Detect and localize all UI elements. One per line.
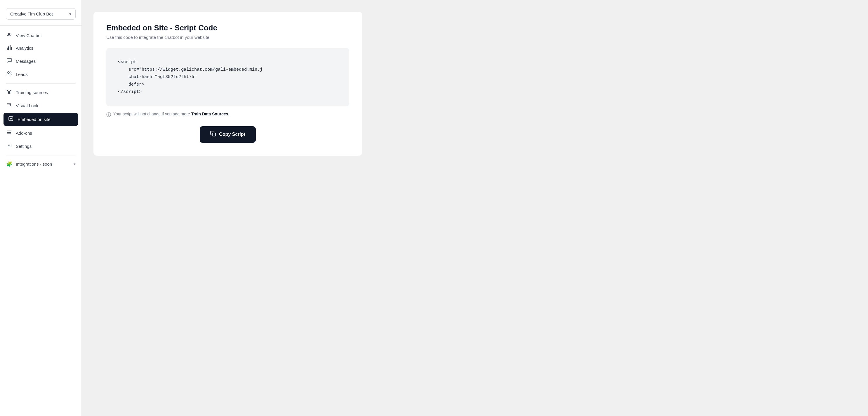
copy-script-button[interactable]: Copy Script bbox=[200, 126, 256, 143]
sidebar-item-view-chatbot[interactable]: 👁 View Chatbot bbox=[0, 29, 82, 41]
content-card: Embeded on Site - Script Code Use this c… bbox=[93, 12, 362, 156]
chevron-down-icon: ▾ bbox=[73, 162, 75, 166]
page-subtitle: Use this code to integrate the chatbot i… bbox=[106, 35, 349, 40]
eye-icon: 👁 bbox=[6, 32, 12, 38]
sidebar-item-label: Integrations - soon bbox=[16, 161, 70, 167]
sidebar: Creative Tim Club Bot ▾ 👁 View Chatbot A… bbox=[0, 0, 82, 416]
info-text: Your script will not change if you add m… bbox=[113, 112, 229, 116]
svg-point-9 bbox=[10, 104, 11, 106]
svg-rect-16 bbox=[212, 133, 216, 136]
sidebar-item-label: Leads bbox=[16, 72, 75, 77]
svg-rect-14 bbox=[7, 133, 11, 134]
sidebar-item-leads[interactable]: Leads bbox=[0, 68, 82, 81]
settings-icon bbox=[6, 143, 12, 150]
sidebar-item-add-ons[interactable]: Add-ons bbox=[0, 126, 82, 140]
sidebar-item-label: Analytics bbox=[16, 46, 75, 51]
messages-icon bbox=[6, 58, 12, 65]
svg-point-4 bbox=[8, 71, 9, 73]
sidebar-header: Creative Tim Club Bot ▾ bbox=[0, 6, 82, 26]
sidebar-item-label: Visual Look bbox=[16, 103, 75, 108]
sidebar-item-label: Embeded on site bbox=[18, 117, 74, 122]
analytics-icon bbox=[6, 45, 12, 52]
svg-rect-2 bbox=[10, 45, 10, 50]
sidebar-item-label: Add-ons bbox=[16, 130, 75, 136]
sidebar-item-label: Training sources bbox=[16, 90, 75, 95]
nav-divider-2 bbox=[6, 155, 75, 155]
sidebar-item-settings[interactable]: Settings bbox=[0, 140, 82, 153]
nav-divider-1 bbox=[6, 83, 75, 84]
info-icon: ⓘ bbox=[106, 112, 111, 118]
button-row: Copy Script bbox=[106, 126, 349, 143]
visual-look-icon bbox=[6, 102, 12, 109]
svg-line-10 bbox=[10, 105, 11, 106]
addons-icon bbox=[6, 130, 12, 137]
puzzle-icon: 🧩 bbox=[6, 161, 12, 167]
svg-rect-1 bbox=[8, 47, 9, 50]
main-content: Embeded on Site - Script Code Use this c… bbox=[82, 0, 868, 416]
info-row: ⓘ Your script will not change if you add… bbox=[106, 112, 349, 118]
sidebar-item-training-sources[interactable]: Training sources bbox=[0, 86, 82, 99]
svg-rect-12 bbox=[7, 130, 11, 131]
svg-point-5 bbox=[10, 72, 11, 73]
sidebar-nav: 👁 View Chatbot Analytics Messa bbox=[0, 28, 82, 172]
bot-selector[interactable]: Creative Tim Club Bot ▾ bbox=[6, 8, 75, 20]
sidebar-item-label: View Chatbot bbox=[16, 33, 75, 38]
leads-icon bbox=[6, 71, 12, 78]
chevron-down-icon: ▾ bbox=[69, 12, 71, 17]
training-icon bbox=[6, 89, 12, 96]
sidebar-item-messages[interactable]: Messages bbox=[0, 55, 82, 68]
svg-rect-3 bbox=[11, 47, 12, 50]
sidebar-item-label: Messages bbox=[16, 59, 75, 64]
page-title: Embeded on Site - Script Code bbox=[106, 23, 349, 32]
svg-rect-0 bbox=[7, 48, 8, 50]
script-code-block: <script src="https://widget.galichat.com… bbox=[106, 48, 349, 106]
svg-rect-13 bbox=[7, 132, 11, 132]
sidebar-item-analytics[interactable]: Analytics bbox=[0, 41, 82, 55]
sidebar-item-integrations[interactable]: 🧩 Integrations - soon ▾ bbox=[0, 158, 82, 170]
bot-name: Creative Tim Club Bot bbox=[10, 11, 53, 17]
copy-script-label: Copy Script bbox=[219, 132, 245, 137]
sidebar-item-visual-look[interactable]: Visual Look bbox=[0, 99, 82, 112]
embed-icon bbox=[8, 116, 14, 123]
copy-icon bbox=[210, 131, 216, 138]
sidebar-item-embeded-on-site[interactable]: Embeded on site bbox=[3, 113, 78, 126]
info-link: Train Data Sources. bbox=[191, 112, 229, 116]
sidebar-item-label: Settings bbox=[16, 144, 75, 149]
svg-point-15 bbox=[8, 145, 10, 146]
